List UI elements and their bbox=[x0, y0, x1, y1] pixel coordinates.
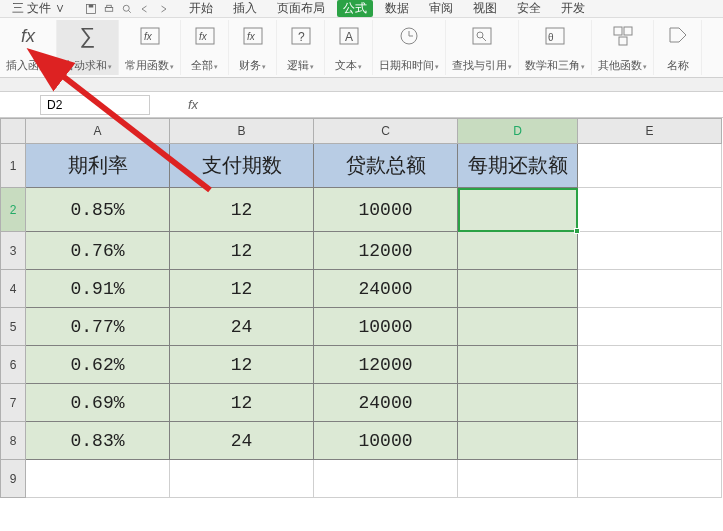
text-icon: A bbox=[337, 24, 361, 48]
redo-icon[interactable] bbox=[157, 3, 169, 15]
tab-insert[interactable]: 插入 bbox=[225, 0, 265, 17]
col-header-d[interactable]: D bbox=[458, 118, 578, 144]
cell-e4[interactable] bbox=[578, 270, 722, 308]
ribbon-autosum[interactable]: ∑自动求和▾ bbox=[57, 20, 119, 75]
row-header-3[interactable]: 3 bbox=[0, 232, 26, 270]
cell-e1[interactable] bbox=[578, 144, 722, 188]
cell-a7[interactable]: 0.69% bbox=[26, 384, 170, 422]
cell-c5[interactable]: 10000 bbox=[314, 308, 458, 346]
cells: 期利率 支付期数 贷款总额 每期还款额 0.85% 12 10000 0.76%… bbox=[26, 144, 722, 498]
ribbon-math[interactable]: θ数学和三角▾ bbox=[519, 20, 592, 75]
cell-a2[interactable]: 0.85% bbox=[26, 188, 170, 232]
cell-e7[interactable] bbox=[578, 384, 722, 422]
cell-c3[interactable]: 12000 bbox=[314, 232, 458, 270]
cell-b2[interactable]: 12 bbox=[170, 188, 314, 232]
tab-start[interactable]: 开始 bbox=[181, 0, 221, 17]
cell-c2[interactable]: 10000 bbox=[314, 188, 458, 232]
ribbon-recent[interactable]: fx常用函数▾ bbox=[119, 20, 181, 75]
cell-d9[interactable] bbox=[458, 460, 578, 498]
cell-a4[interactable]: 0.91% bbox=[26, 270, 170, 308]
preview-icon[interactable] bbox=[121, 3, 133, 15]
cell-d4[interactable] bbox=[458, 270, 578, 308]
svg-text:fx: fx bbox=[247, 31, 256, 42]
row-header-7[interactable]: 7 bbox=[0, 384, 26, 422]
cell-e9[interactable] bbox=[578, 460, 722, 498]
tab-security[interactable]: 安全 bbox=[509, 0, 549, 17]
cell-d5[interactable] bbox=[458, 308, 578, 346]
cell-c9[interactable] bbox=[314, 460, 458, 498]
cell-c7[interactable]: 24000 bbox=[314, 384, 458, 422]
ribbon-all[interactable]: fx全部▾ bbox=[181, 20, 229, 75]
cell-a9[interactable] bbox=[26, 460, 170, 498]
lookup-icon bbox=[470, 24, 494, 48]
select-all-corner[interactable] bbox=[0, 118, 26, 144]
col-header-b[interactable]: B bbox=[170, 118, 314, 144]
print-icon[interactable] bbox=[103, 3, 115, 15]
formula-bar[interactable]: fx bbox=[170, 97, 198, 112]
row-header-9[interactable]: 9 bbox=[0, 460, 26, 498]
save-icon[interactable] bbox=[85, 3, 97, 15]
cell-d7[interactable] bbox=[458, 384, 578, 422]
svg-line-5 bbox=[128, 10, 130, 12]
tab-review[interactable]: 审阅 bbox=[421, 0, 461, 17]
cell-e5[interactable] bbox=[578, 308, 722, 346]
ribbon-more[interactable]: 其他函数▾ bbox=[592, 20, 654, 75]
name-box[interactable] bbox=[40, 95, 150, 115]
cell-a6[interactable]: 0.62% bbox=[26, 346, 170, 384]
fx-icon[interactable]: fx bbox=[188, 97, 198, 112]
row-header-4[interactable]: 4 bbox=[0, 270, 26, 308]
cell-c4[interactable]: 24000 bbox=[314, 270, 458, 308]
svg-point-4 bbox=[123, 5, 129, 11]
cell-a8[interactable]: 0.83% bbox=[26, 422, 170, 460]
tab-formulas[interactable]: 公式 bbox=[337, 0, 373, 17]
cell-a1[interactable]: 期利率 bbox=[26, 144, 170, 188]
file-menu[interactable]: 三 文件 ∨ bbox=[4, 0, 73, 17]
cell-d2[interactable] bbox=[458, 188, 578, 232]
cell-e8[interactable] bbox=[578, 422, 722, 460]
cell-b8[interactable]: 24 bbox=[170, 422, 314, 460]
cell-e3[interactable] bbox=[578, 232, 722, 270]
all-icon: fx bbox=[193, 24, 217, 48]
row-header-6[interactable]: 6 bbox=[0, 346, 26, 384]
ribbon: fx插入函数∑自动求和▾fx常用函数▾fx全部▾fx财务▾?逻辑▾A文本▾日期和… bbox=[0, 18, 723, 78]
tab-pagelayout[interactable]: 页面布局 bbox=[269, 0, 333, 17]
cell-b7[interactable]: 12 bbox=[170, 384, 314, 422]
cell-d1[interactable]: 每期还款额 bbox=[458, 144, 578, 188]
cell-b5[interactable]: 24 bbox=[170, 308, 314, 346]
cell-b6[interactable]: 12 bbox=[170, 346, 314, 384]
row-header-2[interactable]: 2 bbox=[0, 188, 26, 232]
row-header-8[interactable]: 8 bbox=[0, 422, 26, 460]
col-header-c[interactable]: C bbox=[314, 118, 458, 144]
row-header-1[interactable]: 1 bbox=[0, 144, 26, 188]
cell-b9[interactable] bbox=[170, 460, 314, 498]
ribbon-insert-fn[interactable]: fx插入函数 bbox=[0, 20, 57, 75]
cell-c1[interactable]: 贷款总额 bbox=[314, 144, 458, 188]
cell-d3[interactable] bbox=[458, 232, 578, 270]
tab-data[interactable]: 数据 bbox=[377, 0, 417, 17]
tab-dev[interactable]: 开发 bbox=[553, 0, 593, 17]
cell-c8[interactable]: 10000 bbox=[314, 422, 458, 460]
cell-e6[interactable] bbox=[578, 346, 722, 384]
text-label: 文本▾ bbox=[335, 58, 362, 73]
cell-b1[interactable]: 支付期数 bbox=[170, 144, 314, 188]
ribbon-logical[interactable]: ?逻辑▾ bbox=[277, 20, 325, 75]
row-header-5[interactable]: 5 bbox=[0, 308, 26, 346]
cell-b3[interactable]: 12 bbox=[170, 232, 314, 270]
insert-fn-icon: fx bbox=[16, 24, 40, 48]
cell-d6[interactable] bbox=[458, 346, 578, 384]
cell-e2[interactable] bbox=[578, 188, 722, 232]
tab-view[interactable]: 视图 bbox=[465, 0, 505, 17]
undo-icon[interactable] bbox=[139, 3, 151, 15]
cell-b4[interactable]: 12 bbox=[170, 270, 314, 308]
cell-d8[interactable] bbox=[458, 422, 578, 460]
ribbon-datetime[interactable]: 日期和时间▾ bbox=[373, 20, 446, 75]
ribbon-financial[interactable]: fx财务▾ bbox=[229, 20, 277, 75]
col-header-e[interactable]: E bbox=[578, 118, 722, 144]
ribbon-text[interactable]: A文本▾ bbox=[325, 20, 373, 75]
cell-c6[interactable]: 12000 bbox=[314, 346, 458, 384]
ribbon-lookup[interactable]: 查找与引用▾ bbox=[446, 20, 519, 75]
cell-a3[interactable]: 0.76% bbox=[26, 232, 170, 270]
ribbon-names[interactable]: 名称 bbox=[654, 20, 702, 75]
col-header-a[interactable]: A bbox=[26, 118, 170, 144]
cell-a5[interactable]: 0.77% bbox=[26, 308, 170, 346]
